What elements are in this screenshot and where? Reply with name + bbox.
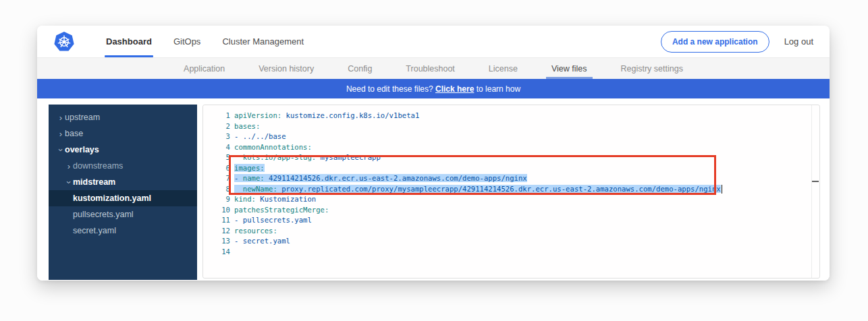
tree-item-label: base xyxy=(65,129,83,138)
tree-folder-base[interactable]: ›base xyxy=(49,125,197,142)
yaml-key: bases: xyxy=(234,122,260,130)
code-lines: 1apiVersion: kustomize.config.k8s.io/v1b… xyxy=(203,105,819,257)
code-line-text: patchesStrategicMerge: xyxy=(230,205,329,216)
tree-folder-downstreams[interactable]: ›downstreams xyxy=(49,158,197,174)
chevron-right-icon: › xyxy=(65,162,73,171)
yaml-value xyxy=(234,153,243,161)
yaml-key: apiVersion: xyxy=(234,111,281,119)
view-files-content: ›upstream›base›overlays›downstreams›mids… xyxy=(37,98,830,281)
chevron-down-icon: › xyxy=(65,178,74,186)
code-line[interactable]: 10patchesStrategicMerge: xyxy=(203,205,819,216)
yaml-value: Kustomization xyxy=(256,195,316,203)
code-line-text: - secret.yaml xyxy=(230,236,290,247)
tree-file-pullsecrets-yaml[interactable]: pullsecrets.yaml xyxy=(49,206,197,223)
kubernetes-logo-icon[interactable] xyxy=(53,31,75,53)
code-line[interactable]: 2bases: xyxy=(203,121,819,132)
top-nav-tab-cluster-management[interactable]: Cluster Management xyxy=(211,26,315,57)
code-line-text xyxy=(230,247,234,258)
line-number: 13 xyxy=(203,236,230,247)
banner-text-prefix: Need to edit these files? xyxy=(346,84,435,94)
yaml-value: - ../../base xyxy=(234,132,286,140)
yaml-value: - xyxy=(234,174,243,182)
line-number: 1 xyxy=(203,111,230,121)
yaml-key: patchesStrategicMerge: xyxy=(234,206,329,214)
code-line-text: commonAnnotations: xyxy=(230,142,312,153)
yaml-value: proxy.replicated.com/proxy/mysampleecrap… xyxy=(277,185,721,193)
tab-troubleshoot[interactable]: Troubleshoot xyxy=(406,58,455,79)
tab-registry-settings[interactable]: Registry settings xyxy=(621,58,683,79)
code-line-text: newName: proxy.replicated.com/proxy/mysa… xyxy=(230,184,722,195)
logout-link[interactable]: Log out xyxy=(784,36,813,47)
line-number: 12 xyxy=(203,226,230,237)
code-line[interactable]: 13- secret.yaml xyxy=(203,236,819,247)
code-line[interactable]: 6images: xyxy=(203,163,819,174)
code-line[interactable]: 8 newName: proxy.replicated.com/proxy/my… xyxy=(203,184,819,195)
top-nav-actions: Add a new application Log out xyxy=(661,31,813,53)
top-nav-tab-dashboard[interactable]: Dashboard xyxy=(95,26,163,57)
tree-file-kustomization-yaml[interactable]: kustomization.yaml xyxy=(49,190,197,206)
line-number: 10 xyxy=(203,205,230,216)
code-line-text: - pullsecrets.yaml xyxy=(230,215,312,226)
add-application-button[interactable]: Add a new application xyxy=(661,31,769,53)
yaml-value: 429114214526.dkr.ecr.us-east-2.amazonaws… xyxy=(265,174,527,182)
tab-license[interactable]: License xyxy=(489,58,518,79)
line-number: 2 xyxy=(203,121,230,132)
code-line[interactable]: 12resources: xyxy=(203,226,819,237)
line-number: 14 xyxy=(203,247,230,258)
code-line[interactable]: 1apiVersion: kustomize.config.k8s.io/v1b… xyxy=(203,111,819,121)
tree-item-label: kustomization.yaml xyxy=(73,194,151,203)
chevron-down-icon: › xyxy=(57,146,65,154)
code-editor[interactable]: 1apiVersion: kustomize.config.k8s.io/v1b… xyxy=(202,105,820,279)
app-section-tabs: ApplicationVersion historyConfigTroubles… xyxy=(37,58,830,79)
code-line-text: resources: xyxy=(230,226,277,237)
edit-files-banner: Need to edit these files? Click here to … xyxy=(37,79,830,98)
line-number: 8 xyxy=(203,184,230,195)
line-number: 5 xyxy=(203,152,230,163)
text-cursor xyxy=(722,185,723,194)
top-nav-tab-gitops[interactable]: GitOps xyxy=(163,26,211,57)
line-number: 7 xyxy=(203,173,230,184)
yaml-key: resources: xyxy=(234,227,277,235)
code-line-text: apiVersion: kustomize.config.k8s.io/v1be… xyxy=(230,111,419,121)
tab-config[interactable]: Config xyxy=(348,58,372,79)
yaml-key: images: xyxy=(234,164,265,172)
code-line[interactable]: 7- name: 429114214526.dkr.ecr.us-east-2.… xyxy=(203,173,819,184)
code-line[interactable]: 5 kots.io/app-slug: mysampleecrapp xyxy=(203,152,819,163)
code-line-text: kots.io/app-slug: mysampleecrapp xyxy=(230,152,381,163)
code-line[interactable]: 3- ../../base xyxy=(203,132,819,142)
yaml-value: - pullsecrets.yaml xyxy=(234,216,312,224)
selection-highlight: images: xyxy=(234,164,265,172)
line-number: 11 xyxy=(203,215,230,226)
chevron-right-icon: › xyxy=(57,129,65,138)
tab-view-files[interactable]: View files xyxy=(551,58,587,79)
line-number: 4 xyxy=(203,142,230,153)
line-number: 6 xyxy=(203,163,230,174)
click-here-link[interactable]: Click here xyxy=(435,84,474,94)
tree-folder-midstream[interactable]: ›midstream xyxy=(49,174,197,190)
tree-file-secret-yaml[interactable]: secret.yaml xyxy=(49,223,197,239)
code-line-text: kind: Kustomization xyxy=(230,194,316,205)
tree-item-label: overlays xyxy=(65,145,99,154)
tab-application[interactable]: Application xyxy=(184,58,225,79)
tree-item-label: secret.yaml xyxy=(73,226,116,235)
yaml-key: newName: xyxy=(243,185,277,193)
tree-item-label: midstream xyxy=(73,177,115,187)
code-line-text: - name: 429114214526.dkr.ecr.us-east-2.a… xyxy=(230,173,527,184)
code-line[interactable]: 9kind: Kustomization xyxy=(203,194,819,205)
selection-highlight: - name: 429114214526.dkr.ecr.us-east-2.a… xyxy=(234,174,527,182)
tab-version-history[interactable]: Version history xyxy=(259,58,314,79)
tree-folder-overlays[interactable]: ›overlays xyxy=(49,142,197,158)
code-line[interactable]: 11- pullsecrets.yaml xyxy=(203,215,819,226)
tree-folder-upstream[interactable]: ›upstream xyxy=(49,109,197,125)
code-line[interactable]: 4commonAnnotations: xyxy=(203,142,819,153)
tree-item-label: pullsecrets.yaml xyxy=(73,210,134,219)
app-window: DashboardGitOpsCluster Management Add a … xyxy=(37,26,830,281)
selection-highlight: newName: proxy.replicated.com/proxy/mysa… xyxy=(234,185,721,193)
line-number: 3 xyxy=(203,132,230,142)
code-line[interactable]: 14 xyxy=(203,247,819,258)
tree-item-label: downstreams xyxy=(73,161,123,171)
banner-text-suffix: to learn how xyxy=(474,84,520,94)
ruler-cursor-marker xyxy=(812,181,819,182)
file-tree: ›upstream›base›overlays›downstreams›mids… xyxy=(49,105,197,280)
code-line-text: images: xyxy=(230,163,265,174)
